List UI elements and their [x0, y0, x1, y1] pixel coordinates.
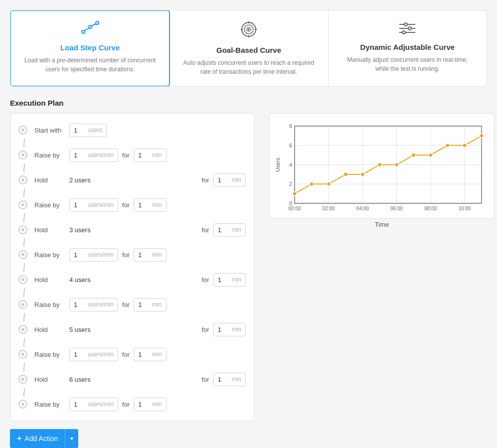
svg-text:6: 6 — [289, 143, 292, 149]
svg-text:4: 4 — [289, 162, 292, 168]
step-label: Raise by — [34, 201, 69, 209]
step-content: 2 usersfor1min — [69, 173, 246, 187]
step-content: 4 usersfor1min — [69, 273, 246, 287]
step-content: 1users/minfor1min — [69, 248, 246, 262]
step-row: Hold3 usersfor1min — [10, 217, 254, 242]
input-unit: users/min — [88, 351, 114, 358]
step-label: Hold — [34, 326, 69, 333]
for-value: 1 — [138, 201, 148, 209]
step-dot-inner — [21, 228, 24, 231]
add-action-area: + Add Action ▾ — [10, 429, 487, 448]
svg-point-57 — [480, 134, 484, 138]
svg-text:2: 2 — [289, 181, 292, 187]
step-row: Raise by1users/minfor1min — [10, 292, 254, 317]
step-dot — [18, 350, 27, 359]
step-dot — [18, 375, 27, 384]
for-input[interactable]: 1min — [213, 373, 246, 386]
svg-text:04:00: 04:00 — [356, 206, 369, 211]
hold-static: 5 users — [69, 326, 91, 333]
for-label: for — [201, 376, 209, 383]
for-label: for — [122, 201, 130, 209]
for-input[interactable]: 1min — [213, 323, 246, 336]
svg-point-55 — [446, 144, 450, 148]
step-row: Raise by1users/minfor1min — [10, 342, 254, 367]
raise-input[interactable]: 1users/min — [69, 248, 118, 262]
goal-based-desc: Auto adjusts concurrent users to reach a… — [181, 58, 316, 76]
step-row: Hold4 usersfor1min — [10, 267, 254, 292]
for-unit: min — [152, 151, 162, 158]
input-value: 1 — [74, 401, 84, 408]
step-row: Hold6 usersfor1min — [10, 367, 254, 392]
for-unit: min — [232, 176, 241, 183]
users-input[interactable]: 1users — [69, 124, 107, 137]
step-dot — [18, 200, 27, 209]
for-value: 1 — [138, 151, 148, 159]
svg-text:08:00: 08:00 — [424, 206, 437, 211]
add-action-button[interactable]: + Add Action — [10, 429, 65, 448]
step-row: Hold2 usersfor1min — [10, 167, 254, 192]
input-value: 1 — [74, 201, 84, 209]
for-input[interactable]: 1min — [134, 398, 166, 411]
for-unit: min — [232, 326, 241, 333]
step-label: Hold — [34, 376, 69, 383]
for-input[interactable]: 1min — [134, 348, 166, 361]
for-input[interactable]: 1min — [134, 198, 166, 212]
svg-text:Users: Users — [275, 157, 281, 172]
for-label: for — [122, 151, 130, 159]
steps-container: Start with1usersRaise by1users/minfor1mi… — [10, 113, 254, 421]
step-dot-inner — [21, 129, 24, 132]
step-dot-inner — [21, 403, 24, 406]
svg-point-54 — [429, 153, 433, 157]
step-dot-inner — [21, 328, 24, 331]
for-label: for — [122, 401, 130, 408]
hold-static: 2 users — [69, 176, 91, 184]
svg-point-50 — [360, 172, 364, 176]
step-dot — [18, 175, 27, 184]
for-input[interactable]: 1min — [134, 248, 166, 262]
for-label: for — [201, 226, 209, 234]
svg-point-47 — [310, 182, 314, 186]
add-action-button-wrapper[interactable]: + Add Action ▾ — [10, 429, 78, 448]
raise-input[interactable]: 1users/min — [69, 348, 118, 361]
input-value: 1 — [74, 301, 84, 308]
raise-input[interactable]: 1users/min — [69, 298, 118, 311]
raise-input[interactable]: 1users/min — [69, 398, 118, 411]
for-value: 1 — [218, 276, 228, 284]
svg-point-8 — [248, 28, 250, 30]
for-value: 1 — [138, 301, 148, 308]
for-value: 1 — [218, 176, 228, 184]
step-dot-inner — [21, 153, 24, 156]
step-label: Raise by — [34, 151, 69, 159]
load-step-title: Load Step Curve — [23, 43, 157, 52]
for-label: for — [122, 301, 130, 308]
curve-option-dynamic[interactable]: Dynamic Adjustable Curve Manually adjust… — [329, 10, 487, 86]
step-connector — [23, 317, 24, 322]
add-action-dropdown[interactable]: ▾ — [65, 429, 78, 448]
hold-static: 4 users — [69, 276, 91, 284]
raise-input[interactable]: 1users/min — [69, 149, 118, 162]
step-row: Raise by1users/minfor1min — [10, 143, 254, 167]
curve-option-goal-based[interactable]: Goal-Based Curve Auto adjusts concurrent… — [169, 10, 328, 86]
input-unit: users — [88, 127, 102, 134]
for-value: 1 — [138, 251, 148, 259]
for-unit: min — [232, 376, 241, 383]
svg-point-20 — [402, 31, 405, 34]
raise-input[interactable]: 1users/min — [69, 198, 118, 212]
for-input[interactable]: 1min — [213, 223, 246, 237]
step-connector — [23, 143, 24, 148]
step-connector — [23, 367, 24, 372]
chart-container: 02468Users00:0002:0004:0006:0008:0010:00… — [269, 113, 495, 421]
for-input[interactable]: 1min — [134, 149, 166, 162]
for-input[interactable]: 1min — [213, 273, 246, 287]
for-unit: min — [232, 276, 241, 283]
curve-option-load-step[interactable]: Load Step Curve Load with a pre-determin… — [10, 10, 170, 87]
step-label: Raise by — [34, 401, 69, 408]
for-input[interactable]: 1min — [134, 298, 166, 311]
hold-static: 3 users — [69, 226, 91, 234]
for-input[interactable]: 1min — [213, 173, 246, 187]
for-label: for — [201, 176, 209, 184]
dynamic-desc: Manually adjust concurrent users in real… — [340, 55, 475, 73]
plus-icon: + — [17, 434, 21, 443]
step-content: 1users — [69, 124, 246, 137]
svg-point-48 — [327, 182, 331, 186]
